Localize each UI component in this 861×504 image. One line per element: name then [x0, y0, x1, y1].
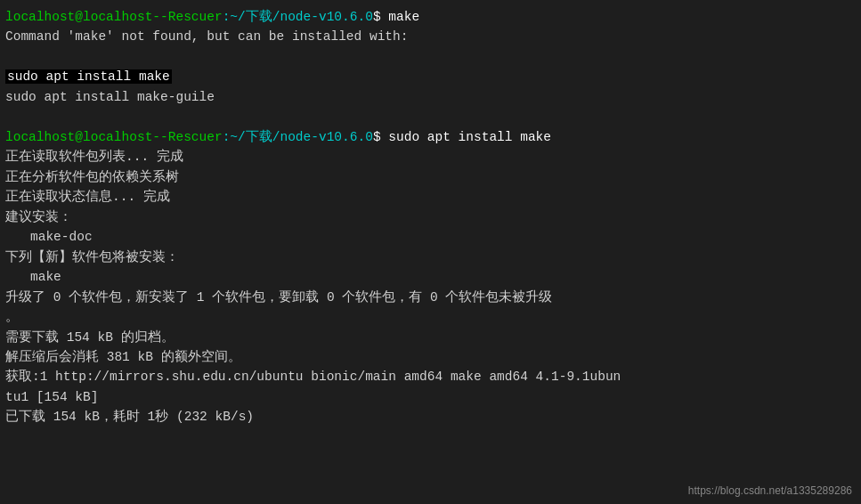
apt-line-13: tu1 [154 kB]: [5, 387, 856, 407]
apt-line-11: 解压缩后会消耗 381 kB 的额外空间。: [5, 347, 856, 367]
apt-line-1: 正在读取软件包列表... 完成: [5, 147, 856, 167]
apt-line-10: 需要下载 154 kB 的归档。: [5, 328, 856, 347]
terminal-line-prompt-2: localhost@localhost--Rescuer:~/下载/node-v…: [5, 127, 856, 147]
terminal-blank-1: [5, 47, 856, 67]
watermark: https://blog.csdn.net/a1335289286: [688, 484, 852, 497]
prompt-user-1: localhost@localhost--Rescuer: [5, 10, 223, 24]
terminal-line-4: sudo apt install make-guile: [5, 87, 856, 107]
apt-line-9: 。: [5, 307, 856, 327]
apt-line-8: 升级了 0 个软件包，新安装了 1 个软件包，要卸载 0 个软件包，有 0 个软…: [5, 288, 856, 307]
terminal-line-1: localhost@localhost--Rescuer:~/下载/node-v…: [5, 7, 856, 27]
apt-line-12: 获取:1 http://mirrors.shu.edu.cn/ubuntu bi…: [5, 367, 856, 386]
highlighted-command: sudo apt install make: [5, 69, 172, 84]
terminal: localhost@localhost--Rescuer:~/下载/node-v…: [0, 0, 861, 504]
prompt-user-2: localhost@localhost--Rescuer: [5, 130, 223, 144]
prompt-path-1: :~/下载/node-v10.6.0: [223, 10, 373, 24]
terminal-blank-2: [5, 107, 856, 126]
apt-line-5: make-doc: [5, 227, 856, 247]
prompt-path-2: :~/下载/node-v10.6.0: [223, 130, 373, 144]
prompt-command-2: $ sudo apt install make: [373, 130, 551, 144]
terminal-line-highlighted: sudo apt install make: [5, 67, 856, 86]
apt-line-2: 正在分析软件包的依赖关系树: [5, 167, 856, 187]
apt-line-3: 正在读取状态信息... 完成: [5, 187, 856, 207]
terminal-line-2: Command 'make' not found, but can be ins…: [5, 27, 856, 46]
apt-line-14: 已下载 154 kB，耗时 1秒 (232 kB/s): [5, 407, 856, 427]
prompt-command-1: $ make: [373, 10, 419, 24]
apt-line-4: 建议安装：: [5, 207, 856, 227]
apt-line-7: make: [5, 267, 856, 287]
apt-line-6: 下列【新】软件包将被安装：: [5, 248, 856, 267]
